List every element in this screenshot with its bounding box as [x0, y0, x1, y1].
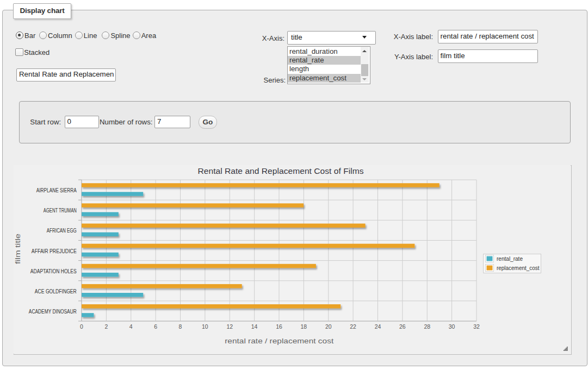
svg-text:AGENT TRUMAN: AGENT TRUMAN [44, 208, 77, 214]
svg-text:ACE GOLDFINGER: ACE GOLDFINGER [35, 289, 77, 294]
svg-text:4: 4 [129, 323, 133, 330]
svg-text:replacement_cost: replacement_cost [497, 265, 540, 271]
svg-text:22: 22 [350, 323, 356, 330]
svg-text:AIRPLANE SIERRA: AIRPLANE SIERRA [36, 187, 77, 193]
svg-text:12: 12 [226, 323, 233, 330]
svg-text:20: 20 [325, 323, 332, 330]
svg-text:2: 2 [104, 323, 108, 330]
svg-text:6: 6 [154, 323, 157, 330]
svg-text:14: 14 [251, 323, 258, 330]
svg-text:ACADEMY DINOSAUR: ACADEMY DINOSAUR [29, 309, 77, 315]
svg-text:8: 8 [179, 323, 182, 330]
svg-text:16: 16 [276, 323, 282, 330]
svg-text:Rental Rate and Replacement Co: Rental Rate and Replacement Cost of Film… [198, 166, 364, 175]
svg-text:ADAPTATION HOLES: ADAPTATION HOLES [30, 268, 77, 274]
svg-text:26: 26 [399, 323, 406, 330]
svg-text:AFFAIR PREJUDICE: AFFAIR PREJUDICE [32, 248, 77, 254]
svg-text:film title: film title [14, 234, 22, 264]
svg-text:18: 18 [301, 323, 307, 330]
svg-text:AFRICAN EGG: AFRICAN EGG [47, 228, 77, 234]
svg-text:10: 10 [202, 323, 208, 330]
svg-text:30: 30 [449, 323, 455, 330]
svg-text:24: 24 [375, 323, 381, 330]
svg-text:28: 28 [424, 323, 430, 330]
svg-text:rental rate / replacement cost: rental rate / replacement cost [225, 337, 333, 345]
svg-text:rental_rate: rental_rate [497, 255, 523, 262]
svg-text:32: 32 [473, 323, 480, 330]
svg-text:0: 0 [80, 323, 83, 330]
